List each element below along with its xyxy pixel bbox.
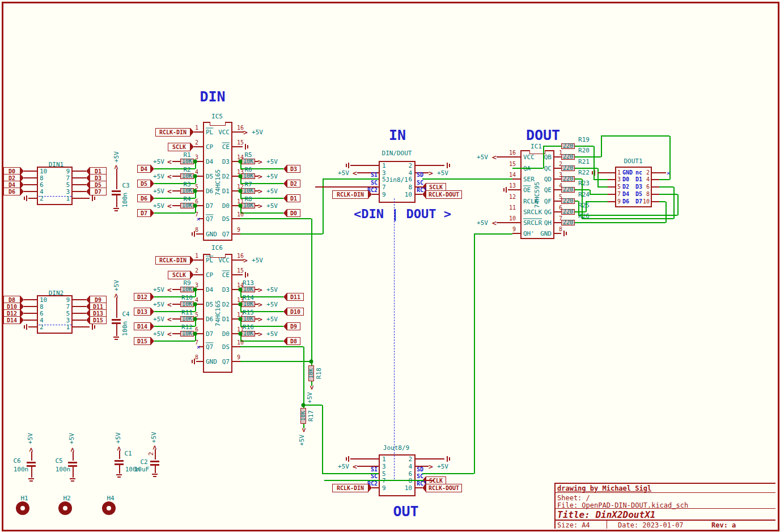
pin-name-D7: D7 — [206, 203, 213, 209]
mounting-hole-H1[interactable] — [16, 501, 29, 515]
mounting-hole-H2[interactable] — [58, 501, 72, 515]
pin-number: 2 — [408, 456, 412, 462]
pin-name-OE: OE — [523, 187, 531, 193]
wire — [73, 191, 86, 192]
pin-number: 3 — [382, 463, 386, 470]
capacitor-C6[interactable] — [27, 462, 36, 463]
power-label: +5V — [153, 173, 164, 180]
hex-label-text: D1 — [290, 196, 297, 202]
hex-label-tip — [151, 165, 154, 173]
gnd-symbol — [192, 232, 193, 236]
gnd-symbol — [592, 171, 593, 175]
pin-number: 8 — [40, 304, 44, 310]
pin-name-GND: GND — [206, 231, 217, 237]
hex-label-text: D8 — [9, 297, 15, 303]
wire — [116, 195, 117, 207]
wire — [575, 168, 597, 169]
wire — [372, 194, 379, 195]
pin-number: 9 — [66, 168, 70, 175]
pin-name-D3: D3 — [222, 159, 230, 165]
text-74HC595: 74HC595 — [534, 182, 540, 208]
wire — [154, 212, 195, 214]
wire — [575, 146, 594, 147]
capacitor-C1[interactable] — [115, 460, 124, 462]
pin-number: 13 — [509, 183, 516, 189]
text-IC1: IC1 — [531, 143, 542, 150]
wire — [194, 259, 203, 261]
connector-title: Jout8/9 — [383, 445, 409, 451]
global-label-tip — [190, 271, 194, 279]
capacitor-C3[interactable] — [112, 190, 121, 192]
pin-name-CP: CP — [206, 144, 213, 150]
resistor-value: 10K — [243, 173, 253, 179]
gnd-symbol — [563, 231, 565, 236]
global-label-text: RCLK-DIN — [159, 258, 186, 263]
hex-label-tip — [283, 209, 287, 217]
pin-name-D1: D1 — [222, 188, 230, 194]
hex-label-text: D12 — [7, 311, 17, 317]
gnd-symbol — [116, 474, 122, 475]
wire — [601, 135, 669, 137]
wire — [24, 320, 37, 321]
pin-number: 5 — [66, 182, 70, 188]
wire — [659, 172, 666, 173]
hex-label-tip — [151, 308, 154, 316]
resistor-value: 220 — [563, 198, 573, 204]
resistor-ref: R20 — [578, 147, 590, 154]
wire — [659, 179, 669, 180]
pin-number: 3 — [66, 317, 70, 324]
wire — [497, 222, 520, 223]
resistor-ref: R7 — [244, 181, 252, 188]
capacitor-C5[interactable] — [68, 462, 77, 463]
resistor-value: 10K — [243, 316, 253, 322]
wire — [608, 179, 615, 180]
wire — [240, 361, 311, 362]
wire — [196, 233, 203, 235]
text-74HC165: 74HC165 — [215, 300, 221, 326]
pin-number: 7 — [382, 184, 386, 190]
wire — [575, 178, 582, 180]
pin-number: 1 — [617, 170, 621, 176]
net-label-SI: SI — [371, 172, 378, 178]
capacitor-C2[interactable] — [150, 461, 159, 462]
pin-number: 6 — [40, 182, 44, 188]
junction-dot — [193, 332, 197, 336]
wire — [24, 299, 37, 300]
gnd-symbol — [348, 163, 349, 168]
gnd-symbol — [94, 325, 95, 329]
pin-name-CP: CP — [206, 272, 213, 278]
hex-label-tip — [283, 337, 287, 345]
resistor-value: 10K — [243, 188, 253, 194]
wire — [232, 274, 243, 275]
pin-name-D3: D3 — [222, 287, 230, 293]
power-arrow-icon: < — [167, 187, 172, 195]
net-label-SI: SI — [371, 467, 378, 473]
pin-number: 10 — [509, 216, 516, 222]
wire — [172, 190, 180, 191]
wire — [73, 467, 74, 478]
pin-name-D2: D2 — [222, 173, 230, 180]
wire — [194, 274, 203, 275]
mounting-hole-H4[interactable] — [102, 501, 116, 515]
resistor-ref: R6 — [244, 167, 252, 173]
global-label-tip — [190, 143, 194, 151]
wire — [590, 194, 608, 195]
junction-dot — [302, 403, 306, 407]
capacitor-C4[interactable] — [112, 319, 121, 321]
wire — [155, 466, 156, 473]
wire — [673, 187, 675, 219]
wire — [28, 198, 37, 199]
pin-name-D4: D4 — [206, 159, 213, 165]
resistor-value: 10K — [182, 203, 192, 208]
global-label-tip — [190, 256, 194, 264]
power-arrow-icon: < — [167, 330, 172, 338]
connector-title: DIN/DOUT — [382, 150, 412, 156]
hex-label-text: D9 — [95, 297, 101, 303]
global-label-text: RCLK-DIN — [159, 130, 186, 135]
pin-name-SER: SER — [523, 176, 535, 182]
power-label: +5V — [266, 159, 278, 165]
hex-label-text: D13 — [93, 311, 103, 317]
wire — [594, 179, 608, 180]
wire — [24, 313, 37, 314]
power-label: +5V — [477, 220, 488, 226]
